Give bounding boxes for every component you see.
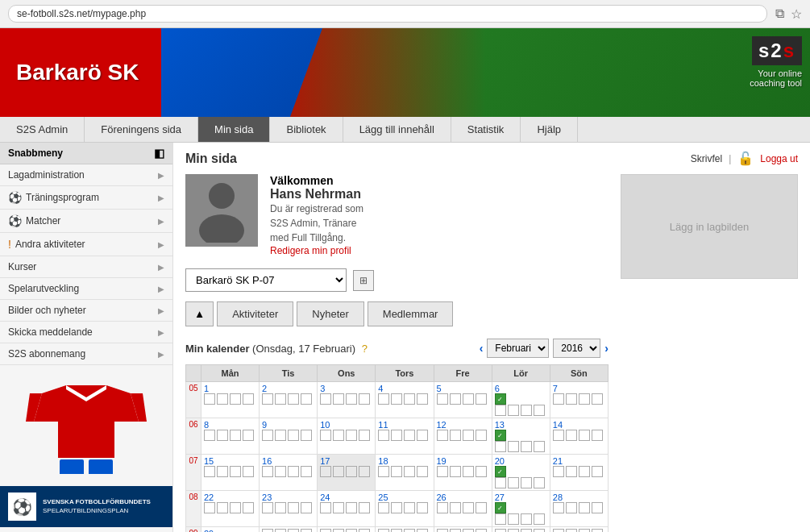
event-box	[521, 441, 532, 452]
event-green-box[interactable]: ✓	[495, 466, 506, 477]
week-num-cell[interactable]: 06	[186, 418, 201, 455]
sidebar-item-spelarutveckling[interactable]: Spelarutveckling ▶	[0, 278, 172, 300]
week-num-link[interactable]: 05	[189, 384, 197, 393]
sidebar-item-kurser[interactable]: Kurser ▶	[0, 256, 172, 278]
day-num[interactable]: 26	[437, 493, 447, 502]
day-num[interactable]: 21	[553, 456, 563, 466]
nav-lagg-till[interactable]: Lägg till innehåll	[343, 117, 451, 142]
day-num[interactable]: 5	[437, 384, 442, 393]
day-num[interactable]: 3	[320, 384, 325, 393]
event-box	[463, 430, 474, 441]
sidebar-item-bilder-nyheter[interactable]: Bilder och nyheter ▶	[0, 300, 172, 322]
month-select[interactable]: Februari	[487, 339, 549, 358]
day-events	[320, 466, 372, 477]
team-select-dropdown[interactable]: Barkarö SK P-07	[185, 268, 347, 292]
team-info-btn[interactable]: ⊞	[353, 270, 374, 291]
day-num[interactable]: 15	[204, 456, 214, 466]
week-num-cell[interactable]: 05	[186, 382, 201, 418]
year-select[interactable]: 2016	[553, 339, 600, 358]
week-num-link[interactable]: 06	[189, 420, 197, 429]
day-num[interactable]: 10	[320, 420, 330, 430]
day-num[interactable]: 18	[378, 456, 388, 466]
event-box	[262, 502, 273, 513]
event-green-box[interactable]: ✓	[495, 430, 506, 441]
event-box	[262, 430, 273, 441]
medlemmar-btn[interactable]: Medlemmar	[368, 301, 454, 326]
team-image-label[interactable]: Lägg in lagbilden	[670, 221, 749, 233]
skrivfel-link[interactable]: Skrivfel	[691, 153, 722, 164]
edit-profile-link[interactable]: Redigera min profil	[270, 245, 351, 256]
event-box	[217, 466, 228, 477]
calendar-week-row: 08222324252627✓28	[186, 491, 609, 527]
nav-bibliotek[interactable]: Bibliotek	[270, 117, 343, 142]
spelarutveckling-arrow: ▶	[158, 285, 164, 293]
day-events	[437, 466, 489, 477]
logga-ut-link[interactable]: Logga ut	[760, 153, 798, 164]
week-num-cell[interactable]: 08	[186, 491, 201, 527]
nav-foreningens-sida[interactable]: Föreningens sida	[85, 117, 198, 142]
day-num[interactable]: 11	[378, 420, 388, 430]
week-num-link[interactable]: 07	[189, 456, 197, 465]
event-box	[204, 502, 215, 513]
day-num[interactable]: 24	[320, 493, 330, 502]
day-num[interactable]: 25	[378, 493, 388, 502]
day-num[interactable]: 7	[553, 384, 558, 393]
cal-next-btn[interactable]: ›	[604, 342, 609, 355]
event-box	[288, 466, 299, 477]
event-box	[346, 529, 357, 532]
day-num[interactable]: 29	[204, 529, 214, 532]
event-box	[404, 529, 415, 532]
day-num[interactable]: 19	[437, 456, 447, 466]
kit-svg	[18, 377, 155, 474]
day-num[interactable]: 14	[553, 420, 563, 430]
sidebar-item-matcher[interactable]: ⚽ Matcher ▶	[0, 210, 172, 233]
snabbmeny-collapse-icon[interactable]: ◧	[154, 147, 164, 160]
day-cell: 20✓	[492, 455, 550, 491]
sfb-line2: SPELARUTBILDNINGSPLAN	[43, 507, 151, 515]
sidebar-item-skicka-meddelande[interactable]: Skicka meddelande ▶	[0, 322, 172, 343]
nav-hjalp[interactable]: Hjälp	[521, 117, 578, 142]
back-btn[interactable]: ▲	[185, 301, 214, 326]
day-num[interactable]: 16	[262, 456, 272, 466]
event-box	[534, 529, 545, 532]
day-num[interactable]: 1	[204, 384, 209, 393]
day-num[interactable]: 8	[204, 420, 209, 430]
day-num[interactable]: 23	[262, 493, 272, 502]
day-num[interactable]: 17	[320, 456, 330, 466]
sidebar-item-andra-aktiviteter[interactable]: ! Andra aktiviteter ▶	[0, 233, 172, 256]
day-num[interactable]: 27	[495, 493, 505, 502]
day-cell	[376, 527, 434, 533]
calendar-help-icon[interactable]: ?	[362, 343, 368, 355]
aktiviteter-btn[interactable]: Aktiviteter	[217, 301, 293, 326]
nav-min-sida[interactable]: Min sida	[198, 117, 270, 142]
day-num[interactable]: 20	[495, 456, 505, 466]
day-num[interactable]: 22	[204, 493, 214, 502]
day-num[interactable]: 12	[437, 420, 447, 430]
sidebar-item-s2s-abonnemang[interactable]: S2S abonnemang ▶	[0, 343, 172, 365]
event-box	[417, 502, 428, 513]
week-num-link[interactable]: 09	[189, 529, 197, 532]
sidebar-item-lagadministration[interactable]: Lagadministration ▶	[0, 164, 172, 186]
day-num[interactable]: 4	[378, 384, 383, 393]
sidebar-item-traningsprogram[interactable]: ⚽ Träningsprogram ▶	[0, 186, 172, 210]
day-cell: 25	[376, 491, 434, 527]
day-num[interactable]: 2	[262, 384, 267, 393]
event-box	[508, 441, 519, 452]
week-num-cell[interactable]: 09	[186, 527, 201, 533]
nav-s2s-admin[interactable]: S2S Admin	[0, 117, 85, 142]
week-num-cell[interactable]: 07	[186, 455, 201, 491]
event-green-box[interactable]: ✓	[495, 502, 506, 513]
week-num-link[interactable]: 08	[189, 493, 197, 501]
day-num[interactable]: 13	[495, 420, 505, 430]
browser-url[interactable]: se-fotboll.s2s.net/mypage.php	[8, 5, 767, 23]
cal-prev-btn[interactable]: ‹	[480, 342, 484, 355]
event-box	[217, 430, 228, 441]
day-num[interactable]: 6	[495, 384, 500, 393]
day-num[interactable]: 28	[553, 493, 563, 502]
event-green-box[interactable]: ✓	[495, 393, 506, 405]
nyheter-btn[interactable]: Nyheter	[297, 301, 364, 326]
day-num[interactable]: 9	[262, 420, 267, 430]
event-box	[243, 466, 254, 477]
nav-statistik[interactable]: Statistik	[451, 117, 521, 142]
andra-aktiviteter-arrow: ▶	[158, 240, 164, 249]
